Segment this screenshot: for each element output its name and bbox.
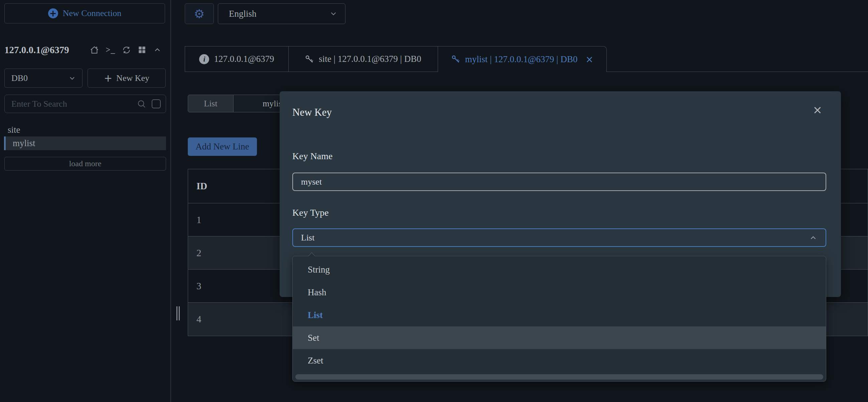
- key-type-select[interactable]: List: [292, 228, 826, 247]
- plus-circle-icon: +: [48, 8, 58, 19]
- chevron-up-icon: [809, 233, 817, 242]
- modal-close-icon[interactable]: ×: [813, 104, 823, 115]
- info-icon: i: [199, 54, 209, 64]
- key-icon: [451, 55, 460, 64]
- tab-close-icon[interactable]: ×: [585, 54, 593, 65]
- row-id: 1: [196, 214, 202, 225]
- new-key-label: New Key: [116, 73, 149, 83]
- tab-key-mylist-active[interactable]: mylist | 127.0.0.1@6379 | DB0 ×: [438, 46, 607, 72]
- new-connection-label: New Connection: [63, 8, 121, 19]
- language-select[interactable]: English: [218, 3, 345, 24]
- tabbar-bottom-line: [607, 71, 868, 72]
- plus-icon: +: [104, 73, 112, 83]
- option-string[interactable]: String: [293, 258, 826, 281]
- modal-title: New Key: [292, 106, 332, 118]
- row-id: 4: [196, 314, 202, 325]
- key-name-label: Key Name: [292, 151, 333, 162]
- key-type-value: List: [301, 233, 314, 243]
- db-select-value: DB0: [11, 73, 28, 83]
- tab-label: 127.0.0.1@6379: [214, 54, 274, 64]
- connection-actions: >_: [90, 45, 162, 55]
- dropdown-scrollbar[interactable]: [296, 374, 823, 380]
- refresh-icon[interactable]: [122, 46, 131, 55]
- key-list-item-mylist[interactable]: mylist: [4, 137, 166, 150]
- home-icon[interactable]: [90, 46, 99, 55]
- sidebar: + New Connection 127.0.0.1@6379 >_: [0, 0, 170, 402]
- exact-match-toggle-icon[interactable]: [152, 99, 161, 108]
- tab-label: mylist | 127.0.0.1@6379 | DB0: [465, 54, 577, 64]
- add-new-line-button[interactable]: Add New Line: [188, 138, 257, 156]
- dropdown-options: String Hash List Set Zset: [293, 258, 826, 372]
- new-connection-button[interactable]: + New Connection: [4, 3, 165, 23]
- key-label: site: [8, 125, 20, 135]
- language-value: English: [229, 9, 256, 19]
- tab-key-site[interactable]: site | 127.0.0.1@6379 | DB0: [288, 46, 438, 72]
- key-list-item-site[interactable]: site: [0, 124, 166, 136]
- connection-name: 127.0.0.1@6379: [4, 45, 69, 56]
- sidebar-resize-handle[interactable]: [177, 306, 180, 320]
- settings-button[interactable]: ⚙: [185, 3, 214, 24]
- chevron-down-icon: [68, 74, 76, 82]
- gear-icon: ⚙: [194, 7, 205, 21]
- grid-view-icon[interactable]: [138, 46, 146, 54]
- key-icon: [305, 55, 314, 64]
- new-key-button[interactable]: + New Key: [88, 68, 166, 88]
- key-search: [4, 95, 166, 113]
- terminal-icon[interactable]: >_: [105, 45, 115, 55]
- db-select[interactable]: DB0: [4, 68, 83, 88]
- option-set[interactable]: Set: [293, 326, 826, 349]
- chevron-down-icon: [329, 9, 338, 18]
- tab-server-status[interactable]: i 127.0.0.1@6379: [185, 46, 289, 72]
- key-type-label: Key Type: [292, 207, 329, 218]
- option-zset[interactable]: Zset: [293, 349, 826, 372]
- row-id: 2: [196, 248, 202, 259]
- row-id: 3: [196, 281, 202, 292]
- app-root: + New Connection 127.0.0.1@6379 >_: [0, 0, 868, 402]
- option-list[interactable]: List: [293, 304, 826, 326]
- tab-label: site | 127.0.0.1@6379 | DB0: [319, 54, 421, 64]
- key-type-dropdown: String Hash List Set Zset: [292, 256, 826, 382]
- load-more-button[interactable]: load more: [4, 157, 166, 171]
- option-hash[interactable]: Hash: [293, 281, 826, 304]
- collapse-chevron-icon[interactable]: [153, 46, 162, 54]
- key-name-input[interactable]: [292, 173, 826, 191]
- connection-header[interactable]: 127.0.0.1@6379 >_: [4, 43, 162, 57]
- sidebar-divider: [170, 0, 171, 402]
- key-label: mylist: [13, 138, 35, 148]
- key-type-badge: List: [188, 95, 234, 112]
- search-icon[interactable]: [137, 99, 147, 109]
